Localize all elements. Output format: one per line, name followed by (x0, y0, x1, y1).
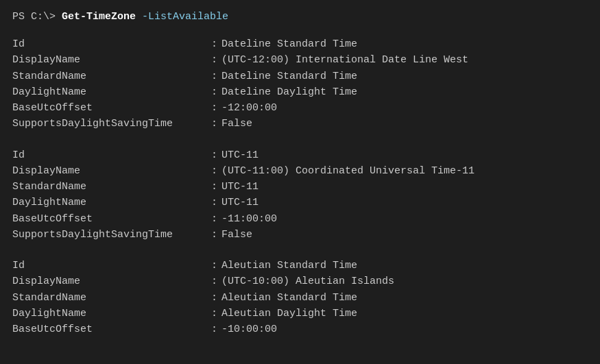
tz-row-supportsdst-1: SupportsDaylightSavingTime : False (12, 227, 588, 243)
tz-sep-baseutcoffset-1: : (211, 211, 217, 227)
timezone-block-2: Id : Aleutian Standard Time DisplayName … (12, 258, 588, 337)
tz-val-id-2: Aleutian Standard Time (221, 258, 357, 274)
tz-row-id-0: Id : Dateline Standard Time (12, 36, 588, 52)
tz-row-id-2: Id : Aleutian Standard Time (12, 258, 588, 274)
tz-key-standardname-0: StandardName (12, 69, 211, 84)
tz-sep-daylightname-2: : (211, 306, 217, 321)
tz-sep-id-0: : (211, 36, 217, 52)
tz-val-displayname-2: (UTC-10:00) Aleutian Islands (221, 274, 394, 289)
terminal-window: PS C:\> Get-TimeZone -ListAvailable Id :… (0, 0, 600, 364)
tz-key-displayname-2: DisplayName (12, 274, 211, 289)
tz-val-id-0: Dateline Standard Time (221, 36, 357, 52)
tz-sep-supportsdst-0: : (211, 116, 217, 132)
tz-row-displayname-0: DisplayName : (UTC-12:00) International … (12, 52, 588, 68)
tz-val-daylightname-1: UTC-11 (221, 195, 259, 210)
tz-val-displayname-0: (UTC-12:00) International Date Line West (221, 52, 468, 68)
tz-key-displayname-0: DisplayName (12, 52, 211, 68)
tz-key-id-0: Id (12, 36, 211, 52)
prompt-prefix: PS C:\> (12, 11, 62, 23)
tz-key-baseutcoffset-0: BaseUtcOffset (12, 100, 211, 116)
tz-val-daylightname-0: Dateline Daylight Time (221, 84, 357, 100)
tz-val-baseutcoffset-2: -10:00:00 (221, 321, 277, 337)
tz-row-displayname-1: DisplayName : (UTC-11:00) Coordinated Un… (12, 163, 588, 179)
tz-sep-id-1: : (211, 147, 217, 163)
tz-val-id-1: UTC-11 (221, 147, 259, 163)
tz-key-displayname-1: DisplayName (12, 163, 211, 179)
tz-key-supportsdst-1: SupportsDaylightSavingTime (12, 227, 211, 243)
tz-key-supportsdst-0: SupportsDaylightSavingTime (12, 116, 211, 132)
tz-key-id-2: Id (12, 258, 211, 274)
tz-key-daylightname-0: DaylightName (12, 84, 211, 100)
tz-val-supportsdst-0: False (221, 116, 252, 132)
tz-sep-daylightname-1: : (211, 195, 217, 210)
tz-key-daylightname-2: DaylightName (12, 306, 211, 321)
tz-sep-standardname-0: : (211, 69, 217, 84)
tz-val-baseutcoffset-0: -12:00:00 (221, 100, 277, 116)
tz-val-standardname-1: UTC-11 (221, 179, 259, 195)
tz-sep-standardname-2: : (211, 290, 217, 306)
timezone-block-1: Id : UTC-11 DisplayName : (UTC-11:00) Co… (12, 147, 588, 243)
tz-key-id-1: Id (12, 147, 211, 163)
tz-val-standardname-2: Aleutian Standard Time (221, 290, 357, 306)
tz-row-id-1: Id : UTC-11 (12, 147, 588, 163)
prompt-command: Get-TimeZone (62, 11, 136, 23)
tz-sep-id-2: : (211, 258, 217, 274)
tz-sep-displayname-0: : (211, 52, 217, 68)
tz-row-standardname-0: StandardName : Dateline Standard Time (12, 69, 588, 84)
tz-row-supportsdst-0: SupportsDaylightSavingTime : False (12, 116, 588, 132)
tz-val-standardname-0: Dateline Standard Time (221, 69, 357, 84)
tz-row-baseutcoffset-0: BaseUtcOffset : -12:00:00 (12, 100, 588, 116)
tz-sep-supportsdst-1: : (211, 227, 217, 243)
tz-row-standardname-2: StandardName : Aleutian Standard Time (12, 290, 588, 306)
tz-row-daylightname-1: DaylightName : UTC-11 (12, 195, 588, 210)
tz-row-daylightname-0: DaylightName : Dateline Daylight Time (12, 84, 588, 100)
tz-row-baseutcoffset-1: BaseUtcOffset : -11:00:00 (12, 211, 588, 227)
tz-row-baseutcoffset-2: BaseUtcOffset : -10:00:00 (12, 321, 588, 337)
tz-sep-baseutcoffset-2: : (211, 321, 217, 337)
prompt-line: PS C:\> Get-TimeZone -ListAvailable (12, 11, 588, 23)
tz-val-daylightname-2: Aleutian Daylight Time (221, 306, 357, 321)
tz-key-daylightname-1: DaylightName (12, 195, 211, 210)
tz-key-standardname-2: StandardName (12, 290, 211, 306)
tz-sep-standardname-1: : (211, 179, 217, 195)
tz-val-supportsdst-1: False (221, 227, 252, 243)
tz-key-baseutcoffset-2: BaseUtcOffset (12, 321, 211, 337)
tz-row-standardname-1: StandardName : UTC-11 (12, 179, 588, 195)
tz-sep-displayname-2: : (211, 274, 217, 289)
timezone-block-0: Id : Dateline Standard Time DisplayName … (12, 36, 588, 132)
tz-val-displayname-1: (UTC-11:00) Coordinated Universal Time-1… (221, 163, 475, 179)
tz-val-baseutcoffset-1: -11:00:00 (221, 211, 277, 227)
tz-key-standardname-1: StandardName (12, 179, 211, 195)
prompt-parameter: -ListAvailable (136, 11, 228, 23)
tz-row-daylightname-2: DaylightName : Aleutian Daylight Time (12, 306, 588, 321)
tz-row-displayname-2: DisplayName : (UTC-10:00) Aleutian Islan… (12, 274, 588, 289)
tz-sep-displayname-1: : (211, 163, 217, 179)
tz-sep-baseutcoffset-0: : (211, 100, 217, 116)
tz-sep-daylightname-0: : (211, 84, 217, 100)
tz-key-baseutcoffset-1: BaseUtcOffset (12, 211, 211, 227)
